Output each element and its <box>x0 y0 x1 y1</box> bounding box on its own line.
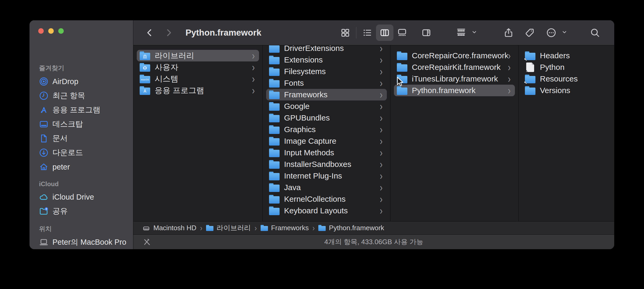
folder-icon <box>269 206 280 215</box>
folder-icon <box>269 137 280 146</box>
file-row--[interactable]: A응용 프로그램› <box>137 85 259 96</box>
chevron-right-icon: › <box>380 112 385 124</box>
group-button[interactable] <box>452 25 470 41</box>
folder-icon <box>269 195 280 204</box>
file-row-label: Python <box>540 63 609 72</box>
path-item-macintosh-hd[interactable]: Macintosh HD <box>143 224 196 232</box>
search-button-group <box>586 25 604 41</box>
laptop-icon <box>39 238 48 247</box>
file-row-installersandboxes[interactable]: InstallerSandboxes› <box>266 158 387 170</box>
file-row-graphics[interactable]: Graphics› <box>266 124 387 135</box>
path-item-python.framework[interactable]: Python.framework <box>318 224 384 232</box>
folder-icon <box>206 225 213 231</box>
toolbar-separator <box>356 27 357 38</box>
sidebar-item-최근-항목[interactable]: 최근 항목 <box>33 89 129 103</box>
sidebar-item-공유[interactable]: 공유 <box>33 204 129 218</box>
file-row-label: Fonts <box>284 79 380 88</box>
file-row-java[interactable]: Java› <box>266 182 387 193</box>
chevron-right-icon: › <box>252 61 257 73</box>
file-row-label: Filesystems <box>284 67 380 76</box>
folder-icon: ↖ <box>525 51 535 60</box>
file-row-label: Keyboard Layouts <box>284 206 380 215</box>
chevron-right-icon: › <box>252 84 257 97</box>
list-view-button[interactable] <box>359 25 376 41</box>
folder-icon <box>140 63 150 72</box>
window-title: Python.framework <box>186 28 261 38</box>
file-row-python.framework[interactable]: Python.framework› <box>394 85 515 96</box>
file-row-versions[interactable]: Versions <box>522 85 611 96</box>
sidebar-item-응용-프로그램[interactable]: 응용 프로그램 <box>33 103 129 117</box>
internal-drive-icon <box>143 225 150 231</box>
file-row-frameworks[interactable]: Frameworks› <box>266 89 387 100</box>
sidebar-item-데스크탑[interactable]: 데스크탑 <box>33 117 129 131</box>
path-item--[interactable]: 라이브러리 <box>206 223 251 233</box>
file-row--[interactable]: macOS시스템› <box>137 73 259 85</box>
sidebar-item-label: iCloud Drive <box>52 193 94 201</box>
file-row-internet-plug-ins[interactable]: Internet Plug-Ins› <box>266 170 387 182</box>
folder-icon: ↖ <box>525 75 535 83</box>
share-button[interactable] <box>500 25 517 41</box>
sidebar-item-peter[interactable]: peter <box>33 160 129 174</box>
icon-view-button[interactable] <box>336 25 354 41</box>
more-button[interactable] <box>543 25 560 41</box>
sidebar-item-icloud-drive[interactable]: iCloud Drive <box>33 190 129 204</box>
file-row-python[interactable]: ↖Python <box>522 61 611 73</box>
folder-icon <box>269 79 280 88</box>
folder-icon <box>140 51 150 60</box>
column-1: 라이브러리›사용자›macOS시스템›A응용 프로그램› <box>133 45 263 221</box>
folder-icon <box>269 56 280 64</box>
folder-icon <box>397 51 407 60</box>
gallery-view-button[interactable] <box>393 25 411 41</box>
folder-emblem-bank <box>140 53 150 60</box>
folder-icon <box>525 86 535 95</box>
file-row--[interactable]: 라이브러리› <box>137 50 259 61</box>
zoom-button[interactable] <box>58 28 64 34</box>
path-item-label: Macintosh HD <box>153 224 196 232</box>
file-row-label: 사용자 <box>155 62 252 73</box>
file-row-extensions[interactable]: Extensions› <box>266 54 387 66</box>
chevron-down-icon <box>562 29 567 36</box>
file-row-gpubundles[interactable]: GPUBundles› <box>266 112 387 124</box>
preview-pane-button[interactable] <box>418 25 435 41</box>
file-row-ituneslibrary.framework[interactable]: iTunesLibrary.framework› <box>394 73 515 85</box>
tags-button[interactable] <box>521 25 538 41</box>
back-button[interactable] <box>144 25 155 41</box>
file-row-keyboard-layouts[interactable]: Keyboard Layouts› <box>266 205 387 216</box>
forward-button[interactable] <box>163 25 174 41</box>
folder-icon <box>269 90 280 99</box>
search-button[interactable] <box>586 25 604 41</box>
sidebar-item-airdrop[interactable]: AirDrop <box>33 74 129 89</box>
file-row-fonts[interactable]: Fonts› <box>266 77 387 89</box>
file-row-input-methods[interactable]: Input Methods› <box>266 147 387 158</box>
sidebar-item-label: 다운로드 <box>52 147 83 158</box>
alias-badge-icon: ↖ <box>524 57 528 61</box>
sidebar-item-peter의-macbook-pro[interactable]: Peter의 MacBook Pro <box>33 235 129 249</box>
column-3: CoreRepairCore.framework›CoreRepairKit.f… <box>391 45 519 221</box>
file-row-kernelcollections[interactable]: KernelCollections› <box>266 193 387 205</box>
column-view-button[interactable] <box>376 25 393 41</box>
path-item-frameworks[interactable]: Frameworks <box>261 224 309 232</box>
sidebar-item-문서[interactable]: 문서 <box>33 131 129 146</box>
file-row-label: DriverExtensions <box>284 45 380 53</box>
file-row-resources[interactable]: ↖Resources <box>522 73 611 85</box>
chevron-right-icon: › <box>380 89 385 101</box>
folder-icon <box>397 63 407 72</box>
file-row-corerepaircore.framework[interactable]: CoreRepairCore.framework› <box>394 50 515 61</box>
close-button[interactable] <box>38 28 44 34</box>
sidebar-item-다운로드[interactable]: 다운로드 <box>33 146 129 160</box>
file-row-filesystems[interactable]: Filesystems› <box>266 66 387 77</box>
pencil-slash-icon <box>143 238 151 246</box>
file-row-label: Image Capture <box>284 137 380 146</box>
finder-window: 즐겨찾기AirDrop최근 항목응용 프로그램데스크탑문서다운로드peteriC… <box>30 20 614 249</box>
document-file-icon: ↖ <box>526 62 534 72</box>
file-row-headers[interactable]: ↖Headers <box>522 50 611 61</box>
file-row-label: Extensions <box>284 55 380 64</box>
file-row-driverextensions[interactable]: DriverExtensions› <box>266 45 387 54</box>
folder-icon <box>318 225 326 231</box>
file-row-corerepairkit.framework[interactable]: CoreRepairKit.framework› <box>394 61 515 73</box>
file-row-google[interactable]: Google› <box>266 100 387 112</box>
file-row--[interactable]: 사용자› <box>137 61 259 73</box>
minimize-button[interactable] <box>48 28 54 34</box>
file-row-image-capture[interactable]: Image Capture› <box>266 135 387 147</box>
chevron-right-icon: › <box>380 158 385 170</box>
